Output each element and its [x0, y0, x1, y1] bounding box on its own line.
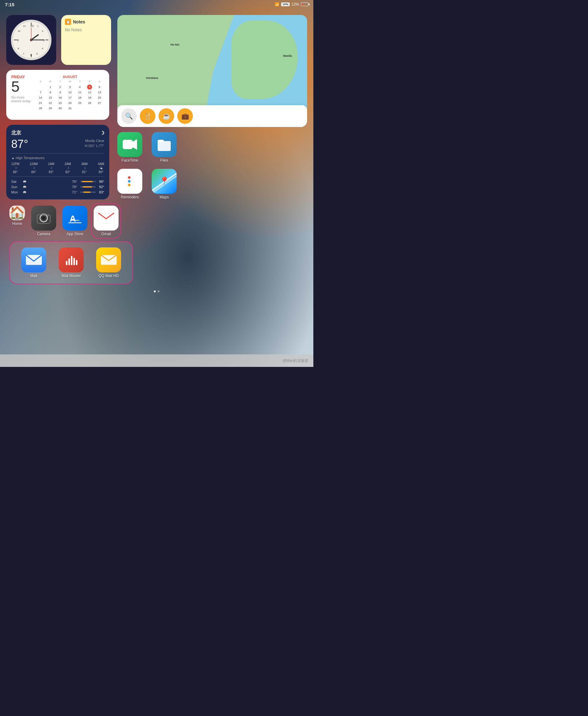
hourly-11pm: 11PM ☽ 86°: [11, 162, 19, 174]
facetime-icon: [117, 132, 142, 157]
maps-widget[interactable]: Ha Noi Vientiane Manila 🔍 🍴 ☕ 💼: [117, 15, 307, 127]
home-icon: 🏠: [9, 205, 25, 220]
svg-text:10: 10: [18, 30, 20, 32]
main-content: 12 3 6 9 1 2 4 5 7 8 10 11: [0, 9, 313, 367]
daily-row: Sat 🌧 79° 96° Sun 🌧 78°: [11, 179, 104, 194]
daily-sat: Sat 🌧 79° 96°: [11, 179, 104, 184]
svg-rect-30: [42, 213, 46, 215]
cal-no-events: No more events today: [11, 95, 30, 103]
page-dot-2[interactable]: [158, 290, 160, 292]
svg-point-21: [30, 39, 32, 41]
home-label: Home: [12, 221, 22, 226]
battery-fill: [301, 3, 302, 6]
maps-label: Maps: [160, 195, 169, 199]
svg-point-31: [47, 215, 49, 217]
app-files-wrapper[interactable]: Files: [152, 132, 177, 162]
app-mailmaster-wrapper[interactable]: Mail Master: [59, 247, 84, 278]
map-label-hanoi: Ha Noi: [170, 43, 180, 46]
svg-text:2: 2: [42, 30, 43, 32]
notes-widget[interactable]: 📋 Notes No Notes: [61, 15, 111, 65]
appstore-icon: A: [62, 205, 87, 231]
svg-rect-43: [76, 260, 78, 265]
facetime-label: FaceTime: [122, 158, 138, 162]
top-section: 12 3 6 9 1 2 4 5 7 8 10 11: [6, 15, 307, 199]
cal-left: FRIDAY 5 No more events today: [11, 75, 30, 115]
right-column: Ha Noi Vientiane Manila 🔍 🍴 ☕ 💼: [117, 15, 307, 199]
page-dots: [6, 290, 307, 292]
app-pair-1: FaceTime Files: [117, 132, 307, 162]
mail-label: Mail: [30, 274, 37, 278]
moon-icon: ☽: [100, 130, 104, 136]
svg-text:11: 11: [23, 25, 26, 27]
clock-svg: 12 3 6 9 1 2 4 5 7 8 10 11: [12, 20, 51, 60]
weather-temp-row: 87° Mostly Clear H:101° L:77°: [11, 137, 104, 151]
clock-face: 12 3 6 9 1 2 4 5 7 8 10 11: [11, 20, 51, 60]
weather-temp: 87°: [11, 137, 28, 151]
battery-icon: [301, 2, 308, 6]
svg-rect-41: [71, 256, 72, 265]
cal-today: 5: [87, 85, 92, 89]
map-label-manila: Manila: [283, 54, 292, 58]
cal-date: 5: [11, 79, 30, 94]
sat-bar: [80, 181, 96, 182]
calendar-widget[interactable]: FRIDAY 5 No more events today AUGUST S M…: [6, 70, 109, 120]
apps-right-col: FaceTime Files: [117, 132, 307, 199]
mailmaster-label: Mail Master: [62, 274, 81, 278]
app-reminders-wrapper[interactable]: Reminders: [117, 169, 142, 199]
daily-sun: Sun 🌧 78° 92°: [11, 185, 104, 189]
weather-divider-2: [11, 176, 104, 177]
notes-icon: 📋: [65, 19, 71, 25]
notes-title: Notes: [73, 19, 85, 24]
mailmaster-icon: [59, 247, 84, 273]
sun-bar: [80, 186, 96, 188]
battery-percent: 12%: [292, 2, 299, 6]
svg-rect-24: [158, 141, 171, 151]
weather-hilo: H:101° L:77°: [85, 144, 104, 148]
app-facetime-wrapper[interactable]: FaceTime: [117, 132, 142, 162]
bottom-apps-area: 🏠 Home Camera A: [6, 205, 307, 236]
maps-app-icon: 📍: [152, 169, 177, 194]
cal-right: AUGUST S M T W T F S 1 2 3 4 5: [36, 75, 104, 115]
svg-rect-42: [74, 258, 75, 265]
svg-text:12: 12: [30, 24, 34, 27]
maps-work-btn[interactable]: 💼: [177, 108, 193, 124]
maps-food-btn[interactable]: 🍴: [140, 108, 155, 124]
svg-text:9: 9: [17, 38, 18, 42]
svg-text:1: 1: [37, 25, 38, 27]
folder-area: Mail Mail Master: [6, 241, 307, 284]
svg-text:A: A: [69, 214, 76, 223]
app-qqmail-wrapper[interactable]: QQ Mail HD: [96, 247, 121, 278]
status-bar: 7:15 📶 VPN 12%: [0, 0, 313, 9]
svg-rect-25: [158, 140, 164, 142]
wifi-icon: 📶: [275, 2, 279, 6]
page-dot-1[interactable]: [154, 290, 156, 292]
camera-label: Camera: [37, 232, 50, 236]
svg-text:4: 4: [42, 47, 43, 50]
mail-icon: [21, 247, 46, 273]
hourly-row: 11PM ☽ 86° 12AM ☽ 84° 1AM ☽ 83°: [11, 162, 104, 174]
app-mail-wrapper[interactable]: Mail: [21, 247, 46, 278]
svg-text:6: 6: [30, 53, 32, 57]
maps-coffee-btn[interactable]: ☕: [159, 108, 174, 124]
hourly-3am: 3AM ☽ 81°: [81, 162, 88, 174]
weather-desc: Mostly Clear: [85, 139, 104, 143]
app-pair-2: Reminders 📍 Maps: [117, 169, 307, 199]
svg-text:8: 8: [18, 47, 19, 50]
app-appstore-wrapper[interactable]: A App Store: [62, 205, 87, 236]
files-icon: [152, 132, 177, 157]
app-camera-wrapper[interactable]: Camera: [31, 205, 56, 236]
maps-overlay: 🔍 🍴 ☕ 💼: [117, 105, 307, 127]
weather-widget[interactable]: 北京 ☽ 87° Mostly Clear H:101° L:77° ▲ Hig…: [6, 125, 109, 199]
app-home-wrapper[interactable]: 🏠 Home: [9, 205, 25, 226]
app-maps-wrapper[interactable]: 📍 Maps: [152, 169, 177, 199]
left-column: 12 3 6 9 1 2 4 5 7 8 10 11: [6, 15, 112, 199]
maps-search-btn[interactable]: 🔍: [121, 108, 137, 124]
notes-header: 📋 Notes: [65, 19, 107, 25]
mail-folder: Mail Mail Master: [9, 241, 133, 284]
svg-text:7: 7: [23, 52, 24, 55]
hourly-12am: 12AM ☽ 84°: [30, 162, 38, 174]
map-label-vientiane: Vientiane: [146, 77, 158, 80]
clock-widget[interactable]: 12 3 6 9 1 2 4 5 7 8 10 11: [6, 15, 56, 65]
app-gmail-wrapper[interactable]: Gmail: [93, 205, 119, 236]
svg-point-28: [42, 217, 45, 220]
